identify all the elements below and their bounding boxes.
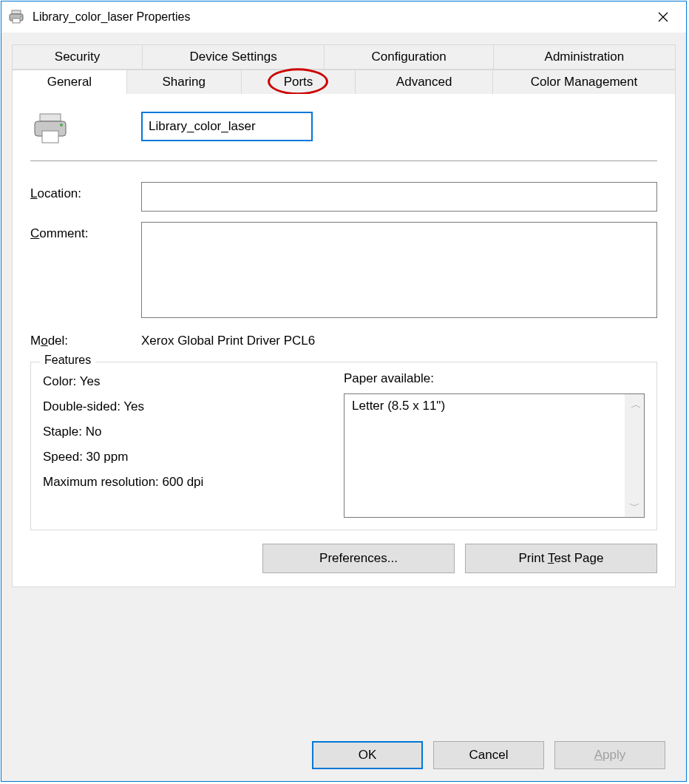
ok-button[interactable]: OK [312,741,423,769]
print-test-page-button[interactable]: Print Test Page [465,544,657,573]
scrollbar[interactable]: 〈 〈 [625,394,644,517]
features-right: Paper available: Letter (8.5 x 11") 〈 〈 [344,371,645,518]
feature-speed: Speed: 30 ppm [43,450,344,464]
model-row: Model: Xerox Global Print Driver PCL6 [30,334,657,348]
svg-rect-6 [40,114,61,121]
paper-available-label: Paper available: [344,371,645,386]
tab-advanced[interactable]: Advanced [356,70,493,94]
features-legend: Features [40,354,95,367]
tab-label: Advanced [396,75,452,89]
tab-ports[interactable]: Ports [242,70,356,94]
titlebar: Library_color_laser Properties [1,1,686,33]
tab-label: Administration [545,50,625,64]
svg-rect-0 [12,10,21,14]
feature-double-sided: Double-sided: Yes [43,399,344,414]
scroll-up-icon: 〈 [625,399,645,409]
model-value: Xerox Global Print Driver PCL6 [141,334,315,348]
cancel-button[interactable]: Cancel [433,741,544,769]
window-title: Library_color_laser Properties [33,10,646,24]
svg-point-9 [60,124,63,126]
scroll-down-icon: 〈 [625,502,645,513]
tab-panel-general: Location: Comment: Model: Xerox Global P… [12,94,676,587]
features-left: Color: Yes Double-sided: Yes Staple: No … [43,371,344,518]
dialog-footer: OK Cancel Apply [12,729,676,781]
paper-available-list[interactable]: Letter (8.5 x 11") 〈 〈 [344,393,645,518]
feature-staple: Staple: No [43,425,344,439]
dialog-content: Security Device Settings Configuration A… [1,33,686,781]
model-label: Model: [30,334,141,348]
tab-color-management[interactable]: Color Management [493,70,676,94]
tab-label: Color Management [531,75,638,89]
svg-rect-2 [13,18,20,23]
button-label: Print Test Page [519,551,604,565]
tab-label: Ports [284,75,313,89]
tab-label: Device Settings [190,50,277,64]
properties-dialog: Library_color_laser Properties Security … [1,1,687,782]
location-row: Location: [30,182,657,212]
printer-icon [30,112,141,146]
comment-input[interactable] [141,222,657,318]
printer-title-icon [7,8,25,26]
paper-item: Letter (8.5 x 11") [344,394,644,418]
button-label: Preferences... [319,551,398,565]
printer-name-input[interactable] [141,112,313,141]
button-label: OK [359,748,377,762]
location-label: Location: [30,182,141,201]
tab-label: Sharing [162,75,206,89]
feature-max-resolution: Maximum resolution: 600 dpi [43,475,344,490]
tab-label: Security [55,50,100,64]
comment-label: Comment: [30,222,141,241]
tab-device-settings[interactable]: Device Settings [143,44,325,70]
svg-point-3 [20,16,21,17]
close-icon [658,12,668,22]
tab-security[interactable]: Security [12,44,143,70]
tab-general[interactable]: General [12,70,127,94]
divider [30,160,657,161]
tab-administration[interactable]: Administration [494,44,676,70]
tab-sharing[interactable]: Sharing [127,70,242,94]
apply-button[interactable]: Apply [554,741,665,769]
features-group: Features Color: Yes Double-sided: Yes St… [30,362,657,530]
preferences-button[interactable]: Preferences... [262,544,455,573]
tab-configuration[interactable]: Configuration [325,44,494,70]
tab-label: Configuration [371,50,446,64]
printer-name-row [30,112,657,146]
button-label: Apply [594,748,626,762]
comment-row: Comment: [30,222,657,320]
button-label: Cancel [469,748,509,762]
mid-button-row: Preferences... Print Test Page [30,544,657,573]
close-button[interactable] [646,5,680,29]
location-input[interactable] [141,182,657,212]
tabs: Security Device Settings Configuration A… [12,44,676,587]
feature-color: Color: Yes [43,374,344,389]
tab-label: General [47,75,92,89]
svg-rect-8 [42,131,58,143]
